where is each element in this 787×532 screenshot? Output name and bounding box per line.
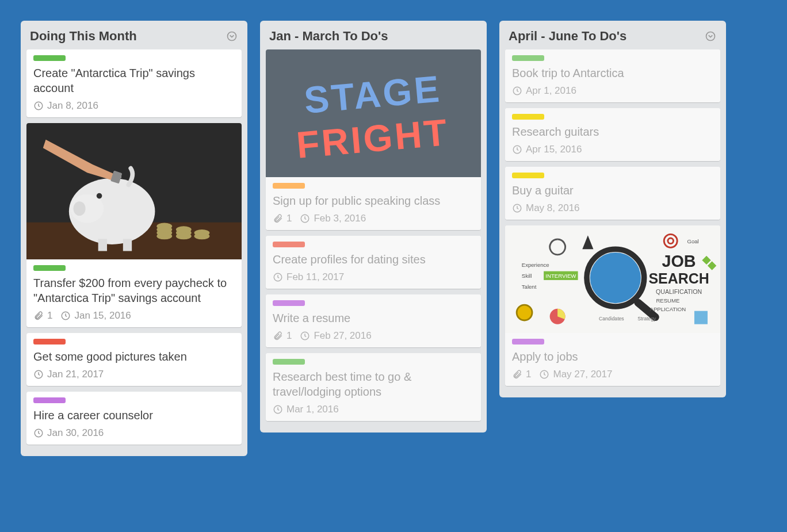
attachment-icon bbox=[33, 311, 44, 321]
clock-icon bbox=[273, 272, 283, 282]
card-title: Get some good pictures taken bbox=[33, 349, 235, 364]
card[interactable]: Research best time to go & travel/lodgin… bbox=[266, 353, 481, 421]
chevron-down-icon[interactable] bbox=[226, 30, 238, 43]
card[interactable]: Buy a guitar May 8, 2016 bbox=[505, 167, 720, 220]
svg-point-20 bbox=[194, 229, 210, 236]
card[interactable]: Transfer $200 from every paycheck to "An… bbox=[26, 123, 242, 327]
attachment-count: 1 bbox=[286, 330, 292, 342]
svg-point-31 bbox=[706, 32, 715, 41]
due-date: Apr 15, 2016 bbox=[526, 144, 582, 155]
card[interactable]: Hire a career counselor Jan 30, 2016 bbox=[26, 392, 242, 445]
svg-point-18 bbox=[176, 226, 192, 233]
card[interactable]: Create "Antarctica Trip" savings account… bbox=[26, 49, 242, 117]
due-date: Feb 27, 2016 bbox=[314, 330, 371, 342]
list-title[interactable]: Jan - March To Do's bbox=[269, 29, 388, 44]
label-yellow bbox=[512, 173, 544, 178]
list-header: Doing This Month bbox=[26, 26, 242, 49]
attachment-badge: 1 bbox=[512, 369, 531, 380]
due-badge: Feb 27, 2016 bbox=[300, 330, 371, 342]
attachment-badge: 1 bbox=[33, 310, 52, 322]
list-header: Jan - March To Do's bbox=[266, 26, 481, 49]
card-badges: Jan 8, 2016 bbox=[33, 100, 235, 112]
card[interactable]: Research guitars Apr 15, 2016 bbox=[505, 108, 720, 161]
label-orange bbox=[273, 183, 305, 189]
label-lime bbox=[273, 359, 305, 365]
svg-point-36 bbox=[590, 252, 641, 303]
card-title: Create profiles for dating sites bbox=[273, 252, 474, 267]
svg-rect-9 bbox=[98, 239, 107, 251]
clock-icon bbox=[512, 144, 522, 155]
due-badge: Jan 15, 2016 bbox=[60, 310, 131, 322]
svg-point-6 bbox=[74, 201, 86, 216]
svg-text:RESUME: RESUME bbox=[656, 297, 679, 304]
card-badges: Mar 1, 2016 bbox=[273, 404, 474, 415]
due-date: May 27, 2017 bbox=[553, 369, 612, 380]
due-badge: Jan 8, 2016 bbox=[33, 100, 98, 112]
card[interactable]: JOB SEARCH QUALIFICATION RESUME APPLICAT… bbox=[505, 225, 720, 386]
label-purple bbox=[273, 300, 305, 306]
due-badge: Jan 30, 2016 bbox=[33, 427, 104, 439]
svg-text:Skill: Skill bbox=[522, 273, 532, 279]
card-badges: 1 Feb 3, 2016 bbox=[273, 213, 474, 224]
card-title: Research guitars bbox=[512, 124, 713, 139]
card[interactable]: Get some good pictures taken Jan 21, 201… bbox=[26, 333, 242, 386]
clock-icon bbox=[60, 311, 71, 321]
card-title: Hire a career counselor bbox=[33, 408, 235, 423]
label-salmon bbox=[273, 242, 305, 247]
svg-text:INTERVIEW: INTERVIEW bbox=[545, 273, 576, 279]
card-badges: Apr 1, 2016 bbox=[512, 85, 713, 97]
card-title: Book trip to Antarctica bbox=[512, 66, 713, 81]
svg-point-15 bbox=[156, 223, 172, 230]
clock-icon bbox=[33, 101, 44, 111]
list-title[interactable]: Doing This Month bbox=[30, 29, 137, 44]
card-title: Sign up for public speaking class bbox=[273, 193, 474, 208]
clock-icon bbox=[539, 369, 549, 380]
card-badges: 1 May 27, 2017 bbox=[512, 369, 713, 380]
due-date: Jan 15, 2016 bbox=[74, 310, 131, 322]
due-badge: Apr 1, 2016 bbox=[512, 85, 576, 97]
card-badges: Apr 15, 2016 bbox=[512, 144, 713, 155]
svg-point-0 bbox=[228, 32, 236, 41]
label-red bbox=[33, 339, 66, 345]
svg-text:QUALIFICATION: QUALIFICATION bbox=[656, 288, 702, 295]
svg-text:Experience: Experience bbox=[522, 262, 549, 268]
due-date: Mar 1, 2016 bbox=[286, 404, 339, 415]
label-green bbox=[33, 265, 66, 271]
due-badge: Mar 1, 2016 bbox=[273, 404, 339, 415]
card[interactable]: Create profiles for dating sites Feb 11,… bbox=[266, 236, 481, 289]
svg-text:Goal: Goal bbox=[687, 238, 698, 244]
card-badges: Feb 11, 2017 bbox=[273, 271, 474, 283]
clock-icon bbox=[273, 404, 283, 415]
card-cover-image: JOB SEARCH QUALIFICATION RESUME APPLICAT… bbox=[505, 225, 720, 333]
due-badge: Feb 3, 2016 bbox=[300, 213, 366, 224]
card[interactable]: Write a resume 1 Feb 27, 2016 bbox=[266, 294, 481, 347]
due-badge: Apr 15, 2016 bbox=[512, 144, 582, 155]
due-badge: Jan 21, 2017 bbox=[33, 369, 104, 380]
clock-icon bbox=[33, 428, 44, 438]
clock-icon bbox=[33, 369, 44, 380]
attachment-icon bbox=[273, 331, 283, 341]
due-badge: May 27, 2017 bbox=[539, 369, 612, 380]
label-purple bbox=[33, 397, 66, 403]
due-date: Jan 8, 2016 bbox=[47, 100, 98, 112]
attachment-icon bbox=[512, 369, 522, 380]
list-title[interactable]: April - June To Do's bbox=[509, 29, 626, 44]
attachment-badge: 1 bbox=[273, 213, 292, 224]
svg-text:Strategy: Strategy bbox=[637, 316, 656, 322]
attachment-count: 1 bbox=[47, 310, 52, 322]
card[interactable]: Book trip to Antarctica Apr 1, 2016 bbox=[505, 49, 720, 102]
card-title: Write a resume bbox=[273, 311, 474, 326]
svg-text:SEARCH: SEARCH bbox=[648, 270, 709, 286]
card[interactable]: STAGE FRIGHT Sign up for public speaking… bbox=[266, 49, 481, 230]
card-title: Transfer $200 from every paycheck to "An… bbox=[33, 275, 235, 305]
card-cover-image: STAGE FRIGHT bbox=[266, 49, 481, 177]
card-title: Research best time to go & travel/lodgin… bbox=[273, 369, 474, 399]
clock-icon bbox=[300, 213, 310, 224]
due-badge: Feb 11, 2017 bbox=[273, 271, 344, 283]
due-badge: May 8, 2016 bbox=[512, 202, 580, 214]
svg-text:JOB: JOB bbox=[662, 252, 696, 270]
card-title: Buy a guitar bbox=[512, 183, 713, 198]
card-cover-image bbox=[26, 123, 242, 259]
svg-text:Candidates: Candidates bbox=[599, 316, 624, 322]
chevron-down-icon[interactable] bbox=[704, 30, 717, 43]
